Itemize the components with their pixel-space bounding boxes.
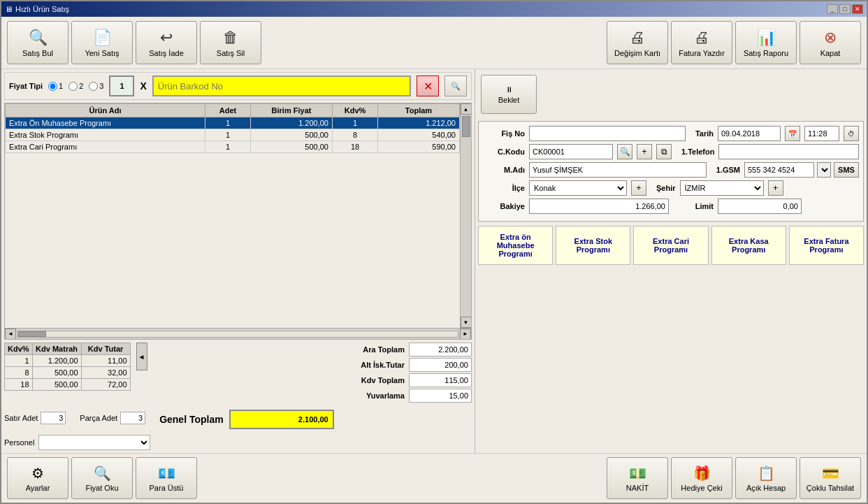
- satis-raporu-button[interactable]: 📊 Satış Raporu: [735, 21, 797, 64]
- extra-cari-button[interactable]: Extra CariProgramı: [633, 226, 708, 265]
- acik-hesap-button[interactable]: 📋 Açık Hesap: [735, 457, 797, 499]
- expand-arrow-button[interactable]: ◄: [136, 343, 147, 370]
- ilce-select[interactable]: Konak: [529, 180, 627, 196]
- price-type-1-radio[interactable]: [48, 82, 57, 91]
- summary-section: Ara Toplam 2.200,00 Alt İsk.Tutar 200,00: [159, 343, 472, 403]
- sehir-add-button[interactable]: +: [768, 180, 783, 196]
- horizontal-scrollbar[interactable]: ◄ ►: [5, 328, 471, 339]
- satir-label: Satır Adet: [4, 414, 38, 422]
- top-toolbar: 🔍 Satış Bul 📄 Yeni Satış ↩ Satış İade 🗑 …: [1, 17, 867, 69]
- kdv-tutar: 32,00: [81, 367, 130, 379]
- price-type-2-radio[interactable]: [68, 82, 78, 91]
- table-row[interactable]: Extra Cari Programı 1 500,00 18 590,00: [6, 141, 460, 153]
- kdv-row: 18 500,00 72,00: [5, 379, 131, 391]
- satis-iade-button[interactable]: ↩ Satış İade: [136, 21, 197, 64]
- scroll-down-button[interactable]: ▼: [461, 317, 472, 328]
- kdv-percent: 18: [5, 379, 33, 391]
- alt-isk-row: Alt İsk.Tutar 200,00: [159, 358, 472, 372]
- vertical-scrollbar[interactable]: ▲ ▼: [460, 103, 471, 328]
- kdv-percent: 1: [5, 355, 33, 367]
- personel-select[interactable]: [38, 435, 150, 450]
- close-button[interactable]: ✕: [852, 4, 863, 14]
- table-inner[interactable]: Ürün Adı Adet Birim Fiyat Kdv% Toplam Ex…: [5, 103, 460, 328]
- ckodu-copy-button[interactable]: ⧉: [656, 144, 672, 159]
- satis-bul-button[interactable]: 🔍 Satış Bul: [7, 21, 68, 64]
- yeni-satis-button[interactable]: 📄 Yeni Satış: [71, 21, 133, 64]
- th-vat: Kdv%: [333, 104, 378, 117]
- time-button[interactable]: ⏱: [844, 126, 859, 141]
- satir-parca-section: Satır Adet 3 Parça Adet 3: [4, 412, 145, 424]
- cell-total: 540,00: [378, 129, 460, 141]
- madi-input[interactable]: [529, 162, 707, 178]
- extra-muhasebe-button[interactable]: Extra önMuhasebeProgramı: [478, 226, 553, 265]
- quantity-box: 1: [109, 75, 134, 96]
- fatura-yazdir-button[interactable]: 🖨 Fatura Yazdır: [671, 21, 732, 64]
- nakit-button[interactable]: 💵 NAKİT: [607, 457, 668, 499]
- cell-qty: 1: [205, 129, 251, 141]
- app-icon: 🖥: [5, 5, 13, 13]
- h-scroll-thumb[interactable]: [18, 331, 46, 337]
- kdv-tutar: 72,00: [81, 379, 130, 391]
- gsm1-input[interactable]: [744, 162, 814, 178]
- price-type-1-text: 1: [59, 82, 63, 90]
- scroll-right-button[interactable]: ►: [460, 329, 471, 340]
- beklet-button[interactable]: ⏸ Beklet: [481, 75, 537, 114]
- table-row[interactable]: Extra Stok Programı 1 500,00 8 540,00: [6, 129, 460, 141]
- sehir-select[interactable]: İZMİR: [680, 180, 764, 196]
- kdv-percent: 8: [5, 367, 33, 379]
- cell-price: 500,00: [251, 129, 333, 141]
- scroll-up-button[interactable]: ▲: [461, 103, 472, 115]
- bakiye-label: Bakiye: [483, 202, 525, 210]
- tarih-input[interactable]: [718, 126, 781, 141]
- clear-barcode-button[interactable]: ✕: [417, 75, 439, 96]
- calendar-button[interactable]: 📅: [785, 126, 800, 141]
- window-title: Hızlı Ürün Satış: [15, 5, 69, 13]
- price-type-2-label[interactable]: 2: [68, 82, 83, 91]
- table-row[interactable]: Extra Ön Muhasebe Programı 1 1.200,00 1 …: [6, 117, 460, 129]
- limit-value: 0,00: [718, 199, 802, 214]
- genel-toplam-value: 2.100,00: [229, 410, 334, 429]
- left-panel: Fiyat Tipi 1 2 3 1 X: [1, 69, 475, 453]
- bottom-toolbar: ⚙ Ayarlar 🔍 Fiyat Oku 💶 Para Üstü 💵 NAKİ…: [1, 453, 867, 503]
- report-icon: 📊: [757, 29, 776, 47]
- kapat-button[interactable]: ⊗ Kapat: [800, 21, 861, 64]
- degisim-karti-button[interactable]: 🖨 Değişim Kartı: [607, 21, 668, 64]
- para-ustu-button[interactable]: 💶 Para Üstü: [136, 457, 197, 499]
- madi-label: M.Adı: [483, 166, 525, 174]
- personel-row: Personel: [4, 435, 472, 450]
- scroll-left-button[interactable]: ◄: [5, 329, 16, 340]
- fis-no-input[interactable]: [529, 126, 686, 141]
- yuvarlama-value: 15,00: [409, 389, 472, 403]
- extra-kasa-button[interactable]: Extra KasaProgramı: [711, 226, 786, 265]
- saat-input[interactable]: [804, 126, 839, 141]
- extra-stok-button[interactable]: Extra StokProgramı: [556, 226, 630, 265]
- sms-button[interactable]: SMS: [834, 162, 859, 178]
- price-type-3-label[interactable]: 3: [89, 82, 103, 91]
- gsm-dropdown[interactable]: [817, 162, 831, 178]
- extra-fatura-button[interactable]: Extra FaturaProgramı: [789, 226, 864, 265]
- barcode-input[interactable]: [152, 75, 411, 96]
- minimize-button[interactable]: _: [827, 4, 838, 14]
- telefon1-input[interactable]: [718, 144, 859, 159]
- coklu-tahsilat-button[interactable]: 💳 Çoklu Tahsilat: [800, 457, 861, 499]
- alt-isk-label: Alt İsk.Tutar: [342, 361, 405, 369]
- h-scroll-track: [17, 331, 458, 338]
- beklet-icon: ⏸: [505, 85, 513, 94]
- fiyat-oku-button[interactable]: 🔍 Fiyat Oku: [71, 457, 133, 499]
- satis-sil-button[interactable]: 🗑 Satış Sil: [200, 21, 261, 64]
- search-barcode-button[interactable]: 🔍: [444, 75, 467, 96]
- close-icon: ⊗: [824, 29, 837, 47]
- totals-row: Genel Toplam 2.100,00: [159, 410, 334, 429]
- scroll-thumb[interactable]: [462, 116, 470, 137]
- ilce-add-button[interactable]: +: [631, 180, 646, 196]
- hediye-ceki-button[interactable]: 🎁 Hediye Çeki: [671, 457, 732, 499]
- ckodu-add-button[interactable]: +: [637, 144, 652, 159]
- ckodu-search-button[interactable]: 🔍: [617, 144, 632, 159]
- ilce-sehir-row: İlçe Konak + Şehir İZMİR +: [483, 180, 859, 196]
- ayarlar-button[interactable]: ⚙ Ayarlar: [7, 457, 68, 499]
- product-table: Ürün Adı Adet Birim Fiyat Kdv% Toplam Ex…: [5, 103, 460, 153]
- price-type-1-label[interactable]: 1: [48, 82, 63, 91]
- price-type-3-radio[interactable]: [89, 82, 98, 91]
- ckodu-input[interactable]: [529, 144, 613, 159]
- maximize-button[interactable]: □: [839, 4, 851, 14]
